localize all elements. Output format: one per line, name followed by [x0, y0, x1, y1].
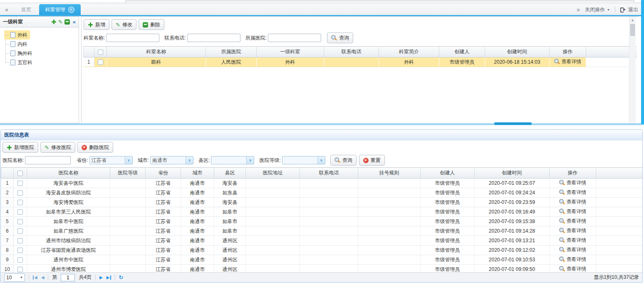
select-all-checkbox[interactable] [17, 171, 23, 176]
tree-edit-icon[interactable]: ✎ [58, 19, 63, 25]
dept-hospital-input[interactable] [268, 34, 321, 42]
view-details-link[interactable]: 查看详情 [554, 58, 582, 65]
page-size-select[interactable]: 10 ▼ [4, 273, 25, 282]
row-checkbox[interactable] [17, 209, 23, 215]
province-cell: 江苏省 [146, 226, 181, 236]
tabs-scroll-right-icon[interactable]: » [577, 6, 580, 13]
logout-label: 退出 [628, 6, 638, 13]
horizontal-scroll-thumb[interactable] [494, 122, 532, 125]
vertical-scrollbar[interactable]: ▲ [629, 17, 636, 123]
filler-cell [596, 198, 643, 207]
view-details-link[interactable]: 查看详情 [559, 246, 587, 253]
hospital-toolbar: 新增医院 ✎ 修改医院 × 删除医院 [1, 140, 642, 154]
dept-phone-input[interactable] [187, 34, 240, 42]
view-details-link[interactable]: 查看详情 [559, 199, 587, 206]
table-row[interactable]: 9 通州市中医院 江苏省 南通市 通州区 市级管理员 2020-07-01 09… [1, 255, 643, 265]
row-checkbox[interactable] [17, 190, 23, 196]
tab-close-icon[interactable]: × [68, 7, 74, 13]
col-header: 创建人 [421, 168, 475, 179]
row-checkbox[interactable] [17, 219, 23, 224]
page-number-input[interactable] [61, 274, 75, 281]
row-checkbox[interactable] [17, 200, 23, 205]
tree-item-ent[interactable]: 五官科 [4, 58, 32, 67]
edit-hospital-label: 修改医院 [51, 144, 71, 151]
dept-query-button[interactable]: 查询 [327, 32, 353, 43]
table-row[interactable]: 8 江苏省国营南通农场医院 江苏省 南通市 通州区 市级管理员 2020-07-… [1, 246, 643, 255]
province-select[interactable]: 江苏省 ∨ [89, 156, 133, 164]
view-details-link[interactable]: 查看详情 [559, 227, 587, 234]
tree-collapse-icon[interactable]: « [73, 19, 76, 25]
hospital-name-input[interactable] [25, 156, 71, 164]
county-select[interactable]: ∨ [211, 156, 254, 164]
table-row[interactable]: 2 海安县皮肤病防治院 江苏省 南通市 如东县 市级管理员 2020-07-01… [1, 188, 643, 198]
table-row[interactable]: 1 眼科 人民医院 外科 外科 市级管理员 2020-06-18 15:14:0… [84, 57, 637, 67]
hospital-search-row: 医院名称: 省份: 江苏省 ∨ 城市: 南通市 ∨ 县区: ∨ 医院等级: ∨ … [1, 154, 642, 166]
view-details-link[interactable]: 查看详情 [559, 208, 587, 215]
first-page-button[interactable]: ◀ [33, 276, 37, 280]
view-details-link[interactable]: 查看详情 [559, 218, 587, 225]
row-checkbox[interactable] [17, 248, 23, 253]
view-details-link[interactable]: 查看详情 [559, 179, 587, 186]
magnifier-icon [559, 266, 565, 272]
phone-cell [300, 255, 358, 265]
add-button[interactable]: 新增 [84, 19, 109, 30]
row-checkbox[interactable] [17, 257, 23, 263]
row-checkbox[interactable] [17, 238, 23, 243]
edit-button[interactable]: ✎ 修改 [111, 19, 136, 30]
view-details-link[interactable]: 查看详情 [559, 189, 587, 196]
county-cell: 通州区 [214, 246, 246, 255]
dept-name-input[interactable] [106, 34, 159, 42]
refresh-icon[interactable]: ↻ [119, 274, 124, 281]
chevron-down-icon: ∨ [125, 156, 132, 164]
pagination-summary: 显示1到10,共37记录 [594, 274, 639, 281]
address-cell [246, 236, 300, 246]
view-details-link[interactable]: 查看详情 [559, 256, 587, 263]
tree-delete-icon[interactable] [64, 19, 70, 25]
vertical-scroll-thumb[interactable] [630, 24, 635, 36]
divider [95, 275, 96, 281]
level-cell [110, 179, 146, 188]
view-details-label: 查看详情 [567, 199, 587, 206]
tab-home[interactable]: 首页 [15, 4, 37, 15]
row-number-cell: 4 [1, 207, 14, 217]
row-checkbox[interactable] [17, 267, 23, 272]
row-checkbox[interactable] [17, 228, 23, 234]
close-operations-menu[interactable]: 关闭操作 ▼ [585, 6, 610, 13]
delete-hospital-button[interactable]: × 删除医院 [77, 142, 113, 153]
divider [615, 7, 615, 12]
delete-button[interactable]: 删除 [139, 19, 164, 30]
col-header: 城市 [181, 168, 214, 179]
tree-add-icon[interactable] [51, 19, 57, 25]
reset-button[interactable]: × 重置 [359, 155, 385, 166]
last-page-button[interactable]: ▶ [107, 276, 111, 280]
row-checkbox[interactable] [17, 181, 23, 186]
row-number-header [84, 47, 94, 57]
tabs-scroll-left-icon[interactable]: « [5, 6, 8, 13]
select-all-checkbox[interactable] [98, 50, 103, 55]
table-row[interactable]: 6 如皋广慈医院 江苏省 南通市 如皋市 市级管理员 2020-07-01 09… [1, 226, 643, 236]
prev-page-button[interactable]: ◀ [41, 276, 45, 280]
tab-dept-management[interactable]: 科室管理 × [39, 4, 81, 15]
hospital-query-button[interactable]: 查询 [330, 155, 357, 166]
table-row[interactable]: 7 通州市结核病防治院 江苏省 南通市 通州区 市级管理员 2020-07-01… [1, 236, 643, 246]
edit-hospital-button[interactable]: ✎ 修改医院 [40, 142, 75, 153]
logout-button[interactable]: 退出 [620, 6, 638, 13]
level-cell [110, 207, 146, 217]
scroll-up-icon[interactable]: ▲ [629, 17, 636, 22]
row-select-cell [14, 207, 27, 217]
tree-item-thoracic[interactable]: 胸外科 [4, 49, 32, 58]
tree-item-internal[interactable]: 内科 [4, 40, 27, 49]
table-row[interactable]: 3 海安博爱医院 江苏省 南通市 海安县 市级管理员 2020-07-01 09… [1, 198, 643, 207]
row-checkbox[interactable] [98, 60, 103, 65]
next-page-button[interactable]: ▶ [99, 276, 103, 280]
tree-item-surgery[interactable]: 外科 [4, 30, 30, 40]
view-details-link[interactable]: 查看详情 [559, 237, 587, 244]
divider [48, 275, 48, 281]
city-select[interactable]: 南通市 ∨ [150, 156, 193, 164]
add-hospital-button[interactable]: 新增医院 [2, 142, 38, 153]
level-select[interactable]: ∨ [282, 156, 325, 164]
table-row[interactable]: 1 海安县中医院 江苏省 南通市 海安县 市级管理员 2020-07-01 09… [1, 179, 643, 188]
view-details-link[interactable]: 查看详情 [559, 266, 587, 273]
table-row[interactable]: 5 如皋市中医院 江苏省 南通市 如皋市 市级管理员 2020-07-01 09… [1, 217, 643, 226]
table-row[interactable]: 4 如皋市第三人民医院 江苏省 南通市 如皋市 市级管理员 2020-07-01… [1, 207, 643, 217]
